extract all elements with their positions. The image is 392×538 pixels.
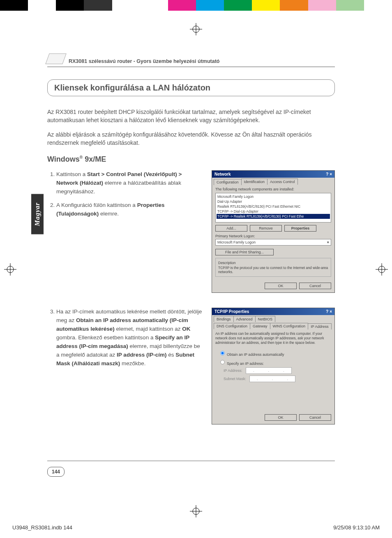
- file-print-sharing-button[interactable]: File and Print Sharing...: [215, 249, 274, 255]
- dlg1-title: Network: [214, 172, 231, 176]
- dlg1-tab-configuration[interactable]: Configuration: [214, 179, 242, 185]
- ip-address-label: IP Address:: [224, 369, 242, 373]
- ok-button[interactable]: OK: [265, 414, 297, 421]
- registration-mark-icon: [376, 263, 388, 276]
- obtain-ip-radio[interactable]: Obtain an IP address automatically: [218, 349, 331, 357]
- list-item[interactable]: TCP/IP -> Dial-Up Adapter: [217, 209, 330, 214]
- section-title: Kliensek konfigurálása a LAN hálózaton: [54, 83, 328, 93]
- primary-logon-label: Primary Network Logon:: [215, 234, 331, 238]
- tcpip-dialog-screenshot: TCP/IP Properties? × Bindings Advanced N…: [212, 308, 335, 424]
- cancel-button[interactable]: Cancel: [299, 283, 331, 289]
- dlg1-list-label: The following network components are ins…: [215, 187, 331, 191]
- footer-right: 9/25/08 9:13:10 AM: [333, 524, 380, 531]
- dlg2-tab-netbios[interactable]: NetBIOS: [255, 316, 276, 322]
- language-side-tab: Magyar: [31, 194, 44, 234]
- network-dialog-screenshot: Network? × Configuration Identification …: [212, 170, 335, 293]
- router-logo-icon: [45, 53, 66, 64]
- dlg2-tab-advanced[interactable]: Advanced: [233, 316, 256, 322]
- dlg2-title: TCP/IP Properties: [214, 309, 249, 314]
- list-item-selected[interactable]: TCP/IP -> Realtek RTL8139(A/B/C/8130) PC…: [217, 214, 330, 219]
- subnet-mask-label: Subnet Mask:: [224, 377, 246, 381]
- footer-left: U3948_RS3081.indb 144: [12, 524, 72, 531]
- properties-button[interactable]: Properties: [284, 225, 316, 232]
- remove-button[interactable]: Remove: [250, 225, 282, 232]
- registration-mark-icon: [4, 263, 16, 276]
- step-1: Kattintson a Start > Control Panel (Vezé…: [56, 170, 204, 196]
- ip-address-field[interactable]: ...: [246, 367, 292, 374]
- ok-button[interactable]: OK: [265, 283, 297, 289]
- dlg2-tab-bindings[interactable]: Bindings: [214, 316, 234, 322]
- print-color-bar: [0, 0, 392, 11]
- page-number: 144: [47, 467, 65, 477]
- description-groupbox: Description TCP/IP is the protocol you u…: [215, 258, 331, 277]
- section-title-box: Kliensek konfigurálása a LAN hálózaton: [47, 79, 335, 96]
- intro-p2: Az alábbi eljárások a számítógép konfigu…: [47, 130, 335, 147]
- instructions-block-2: Ha az IP-címek automatikus lekérése mell…: [47, 308, 204, 373]
- header-title: RX3081 szélessávú router - Gyors üzembe …: [69, 58, 220, 64]
- list-item[interactable]: Microsoft Family Logon: [217, 194, 330, 199]
- add-button[interactable]: Add...: [215, 225, 247, 232]
- list-item[interactable]: Realtek RTL8139(A/B/C/8130) PCI Fast Eth…: [217, 204, 330, 209]
- subnet-mask-field[interactable]: ...: [249, 376, 295, 382]
- os-subheading: Windows® 9x/ME: [47, 155, 335, 164]
- primary-logon-dropdown[interactable]: Microsoft Family Logon▾: [215, 239, 331, 246]
- dlg2-tab-gateway[interactable]: Gateway: [250, 323, 270, 329]
- dlg2-tab-ipaddress[interactable]: IP Address: [308, 323, 331, 329]
- intro-text: Az RX3081 router beépített DHCP kiszolgá…: [47, 108, 335, 147]
- page-header: RX3081 szélessávú router - Gyors üzembe …: [47, 53, 335, 67]
- registration-mark-icon: [190, 23, 202, 35]
- list-item[interactable]: Dial-Up Adapter: [217, 199, 330, 204]
- dlg1-tab-access-control[interactable]: Access Control: [267, 179, 298, 185]
- footer-rule: [47, 461, 335, 461]
- instructions-block-1: Kattintson a Start > Control Panel (Vezé…: [47, 170, 204, 223]
- dlg1-components-list[interactable]: Microsoft Family Logon Dial-Up Adapter R…: [215, 193, 331, 223]
- chevron-down-icon: ▾: [327, 240, 329, 244]
- dlg1-help-close: ? ×: [326, 172, 332, 176]
- registration-mark-icon: [190, 505, 202, 517]
- intro-p1: Az RX3081 router beépített DHCP kiszolgá…: [47, 108, 335, 125]
- step-2: A Konfiguráció fülön kattintson a Proper…: [56, 201, 204, 218]
- dlg2-tab-wins[interactable]: WINS Configuration: [270, 323, 309, 329]
- dlg2-desc: An IP address can be automatically assig…: [215, 332, 331, 345]
- cancel-button[interactable]: Cancel: [299, 414, 331, 421]
- dlg2-help-close: ? ×: [326, 309, 332, 314]
- specify-ip-radio[interactable]: Specify an IP address:: [218, 358, 331, 366]
- dlg1-tab-identification[interactable]: Identification: [241, 179, 268, 185]
- step-3: Ha az IP-címek automatikus lekérése mell…: [56, 308, 204, 368]
- dlg2-tab-dns[interactable]: DNS Configuration: [214, 323, 250, 329]
